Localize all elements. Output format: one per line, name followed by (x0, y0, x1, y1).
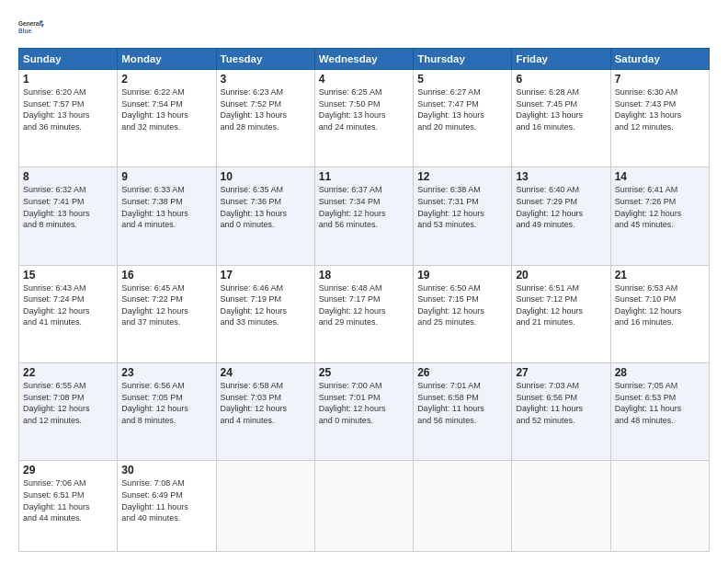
sunset-label: Sunset: 7:08 PM (23, 393, 85, 402)
daylight-label: Daylight: 13 hours (516, 110, 583, 120)
sunset-label: Sunset: 7:54 PM (121, 99, 183, 109)
daylight-label: Daylight: 13 hours (121, 209, 188, 218)
calendar-cell: 12Sunrise: 6:38 AMSunset: 7:31 PMDayligh… (414, 167, 512, 265)
day-number: 30 (121, 464, 211, 477)
day-number: 13 (516, 170, 606, 183)
daylight-minutes: and 28 minutes. (221, 122, 279, 132)
sunset-label: Sunset: 6:58 PM (417, 393, 479, 402)
calendar-cell: 20Sunrise: 6:51 AMSunset: 7:12 PMDayligh… (512, 265, 610, 362)
daylight-label: Daylight: 11 hours (615, 404, 682, 413)
day-number: 3 (221, 73, 311, 86)
day-info: Sunrise: 7:08 AMSunset: 6:49 PMDaylight:… (121, 477, 211, 523)
daylight-label: Daylight: 13 hours (221, 110, 288, 120)
calendar-cell: 28Sunrise: 7:05 AMSunset: 6:53 PMDayligh… (610, 362, 709, 460)
sunrise-label: Sunrise: 6:40 AM (516, 185, 579, 194)
sunrise-label: Sunrise: 6:35 AM (221, 185, 284, 194)
daylight-minutes: and 4 minutes. (121, 220, 176, 229)
daylight-label: Daylight: 12 hours (615, 209, 682, 218)
sunset-label: Sunset: 6:49 PM (121, 490, 183, 500)
day-info: Sunrise: 6:37 AMSunset: 7:34 PMDaylight:… (319, 184, 409, 230)
daylight-minutes: and 45 minutes. (615, 220, 674, 229)
daylight-minutes: and 8 minutes. (23, 220, 77, 229)
sunset-label: Sunset: 6:56 PM (516, 393, 577, 402)
sunrise-label: Sunrise: 7:03 AM (516, 381, 579, 390)
sunrise-label: Sunrise: 6:22 AM (121, 87, 185, 97)
daylight-label: Daylight: 13 hours (417, 110, 484, 120)
sunrise-label: Sunrise: 7:06 AM (23, 478, 86, 488)
sunset-label: Sunset: 7:43 PM (615, 99, 677, 109)
day-number: 6 (516, 73, 606, 86)
daylight-minutes: and 44 minutes. (23, 513, 82, 523)
daylight-label: Daylight: 12 hours (417, 209, 484, 218)
sunset-label: Sunset: 7:05 PM (121, 393, 183, 402)
daylight-minutes: and 53 minutes. (417, 220, 476, 229)
header-tuesday: Tuesday (216, 49, 314, 70)
calendar-cell (512, 461, 610, 552)
day-number: 11 (319, 170, 409, 183)
daylight-label: Daylight: 13 hours (121, 110, 188, 120)
header-thursday: Thursday (414, 49, 512, 70)
daylight-minutes: and 8 minutes. (121, 416, 176, 425)
daylight-minutes: and 32 minutes. (121, 122, 180, 132)
sunrise-label: Sunrise: 6:27 AM (417, 87, 481, 97)
sunset-label: Sunset: 7:31 PM (417, 197, 479, 206)
daylight-minutes: and 52 minutes. (516, 416, 574, 425)
sunrise-label: Sunrise: 6:41 AM (615, 185, 678, 194)
day-number: 16 (121, 269, 211, 282)
daylight-label: Daylight: 12 hours (516, 306, 583, 316)
sunrise-label: Sunrise: 6:53 AM (615, 283, 678, 293)
day-info: Sunrise: 6:38 AMSunset: 7:31 PMDaylight:… (417, 184, 507, 230)
header-friday: Friday (512, 49, 610, 70)
day-number: 4 (319, 73, 409, 86)
daylight-minutes: and 56 minutes. (319, 220, 378, 229)
logo-icon: General Blue (18, 15, 44, 40)
daylight-label: Daylight: 13 hours (615, 110, 682, 120)
daylight-label: Daylight: 12 hours (23, 306, 90, 316)
day-info: Sunrise: 6:22 AMSunset: 7:54 PMDaylight:… (121, 86, 211, 132)
daylight-label: Daylight: 12 hours (319, 404, 386, 413)
sunrise-label: Sunrise: 6:50 AM (417, 283, 481, 293)
sunrise-label: Sunrise: 6:25 AM (319, 87, 382, 97)
calendar: Sunday Monday Tuesday Wednesday Thursday… (18, 48, 710, 552)
daylight-minutes: and 0 minutes. (319, 416, 373, 425)
sunset-label: Sunset: 7:34 PM (319, 197, 381, 206)
calendar-cell: 29Sunrise: 7:06 AMSunset: 6:51 PMDayligh… (19, 461, 118, 552)
calendar-week-5: 29Sunrise: 7:06 AMSunset: 6:51 PMDayligh… (19, 461, 710, 552)
calendar-cell: 13Sunrise: 6:40 AMSunset: 7:29 PMDayligh… (512, 167, 610, 265)
calendar-cell: 7Sunrise: 6:30 AMSunset: 7:43 PMDaylight… (610, 70, 709, 167)
svg-marker-3 (40, 24, 44, 28)
day-info: Sunrise: 6:46 AMSunset: 7:19 PMDaylight:… (221, 282, 311, 328)
daylight-minutes: and 56 minutes. (417, 416, 476, 425)
day-number: 8 (23, 170, 113, 183)
sunset-label: Sunset: 7:52 PM (221, 99, 282, 109)
calendar-cell (216, 461, 314, 552)
calendar-cell: 10Sunrise: 6:35 AMSunset: 7:36 PMDayligh… (216, 167, 314, 265)
svg-text:General: General (18, 20, 40, 27)
day-number: 7 (615, 73, 705, 86)
sunset-label: Sunset: 7:38 PM (121, 197, 183, 206)
day-info: Sunrise: 6:30 AMSunset: 7:43 PMDaylight:… (615, 86, 705, 132)
day-number: 10 (221, 170, 311, 183)
daylight-minutes: and 40 minutes. (121, 513, 180, 523)
sunset-label: Sunset: 7:57 PM (23, 99, 85, 109)
calendar-cell: 6Sunrise: 6:28 AMSunset: 7:45 PMDaylight… (512, 70, 610, 167)
day-number: 15 (23, 269, 113, 282)
daylight-minutes: and 48 minutes. (615, 416, 674, 425)
daylight-label: Daylight: 11 hours (121, 502, 188, 511)
sunrise-label: Sunrise: 6:28 AM (516, 87, 579, 97)
day-info: Sunrise: 7:06 AMSunset: 6:51 PMDaylight:… (23, 477, 113, 523)
sunset-label: Sunset: 7:50 PM (319, 99, 381, 109)
day-info: Sunrise: 6:45 AMSunset: 7:22 PMDaylight:… (121, 282, 211, 328)
daylight-label: Daylight: 11 hours (23, 502, 90, 511)
day-number: 20 (516, 269, 606, 282)
weekday-header-row: Sunday Monday Tuesday Wednesday Thursday… (19, 49, 710, 70)
sunrise-label: Sunrise: 6:23 AM (221, 87, 284, 97)
daylight-minutes: and 24 minutes. (319, 122, 378, 132)
daylight-minutes: and 16 minutes. (615, 317, 674, 327)
daylight-label: Daylight: 12 hours (417, 306, 484, 316)
daylight-label: Daylight: 13 hours (221, 209, 288, 218)
day-number: 12 (417, 170, 507, 183)
day-info: Sunrise: 6:23 AMSunset: 7:52 PMDaylight:… (221, 86, 311, 132)
calendar-cell: 26Sunrise: 7:01 AMSunset: 6:58 PMDayligh… (414, 362, 512, 460)
daylight-minutes: and 21 minutes. (516, 317, 574, 327)
